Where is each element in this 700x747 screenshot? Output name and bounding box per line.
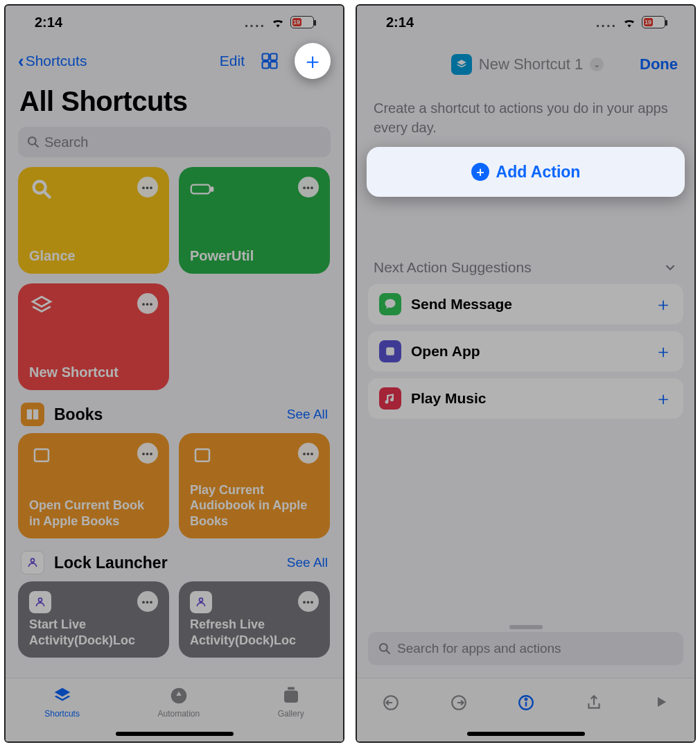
- layers-icon: [29, 293, 54, 318]
- search-placeholder: Search for apps and actions: [397, 641, 561, 656]
- shortcut-tile-new-shortcut[interactable]: ••• New Shortcut: [18, 283, 169, 390]
- search-icon: [26, 135, 40, 149]
- more-icon[interactable]: •••: [137, 293, 158, 314]
- add-action-button[interactable]: ＋ Add Action: [367, 147, 685, 197]
- shortcut-tile-powerutil[interactable]: ••• PowerUtil: [179, 167, 330, 274]
- tab-label: Automation: [157, 709, 200, 719]
- shortcut-grid: ••• Glance ••• PowerUtil ••• New Shortcu…: [6, 167, 343, 390]
- music-icon: [379, 387, 401, 410]
- svg-point-6: [34, 182, 46, 193]
- svg-point-4: [28, 137, 36, 145]
- battery-icon: 19: [642, 16, 665, 28]
- suggestion-play-music[interactable]: Play Music ＋: [368, 378, 683, 419]
- svg-line-7: [44, 192, 51, 198]
- plus-icon[interactable]: ＋: [654, 387, 672, 411]
- suggestion-label: Send Message: [411, 296, 512, 313]
- battery-icon: 19: [290, 16, 314, 28]
- tab-automation[interactable]: Automation: [157, 685, 200, 719]
- cellular-dots-icon: ....: [596, 15, 617, 30]
- add-action-label: Add Action: [496, 163, 581, 182]
- search-icon: [29, 177, 54, 202]
- info-icon[interactable]: [517, 694, 535, 712]
- svg-point-21: [380, 644, 387, 651]
- shortcut-title: New Shortcut 1: [479, 55, 583, 73]
- status-bar: 2:14 .... 19: [357, 6, 694, 39]
- tile-label: New Shortcut: [29, 364, 158, 380]
- suggestion-open-app[interactable]: Open App ＋: [368, 331, 683, 371]
- shortcut-title-button[interactable]: New Shortcut 1 ⌄: [451, 54, 604, 75]
- automation-icon: [168, 685, 189, 706]
- tab-shortcuts[interactable]: Shortcuts: [44, 685, 80, 719]
- suggestion-label: Play Music: [411, 390, 487, 407]
- more-icon[interactable]: •••: [298, 177, 319, 197]
- plus-icon: ＋: [301, 50, 324, 72]
- battery-percent: 19: [293, 19, 300, 26]
- section-header-lock-launcher: Lock Launcher See All: [6, 538, 343, 581]
- shortcut-tile-start-live-activity[interactable]: ••• Start Live Activity(Dock)Loc: [18, 581, 169, 658]
- nav-bar: New Shortcut 1 ⌄ Done: [357, 39, 694, 82]
- search-input[interactable]: Search: [18, 127, 331, 157]
- book-icon: [29, 443, 54, 468]
- tile-label: Refresh Live Activity(Dock)Loc: [190, 617, 319, 648]
- tile-label: Glance: [29, 248, 158, 264]
- sheet-grabber[interactable]: [509, 625, 543, 629]
- suggestions-title: Next Action Suggestions: [374, 259, 532, 276]
- play-icon[interactable]: [653, 694, 670, 710]
- shortcut-tile-play-audiobook[interactable]: ••• Play Current Audiobook in Apple Book…: [179, 433, 330, 538]
- layers-icon: [451, 54, 472, 75]
- more-icon[interactable]: •••: [298, 591, 319, 612]
- svg-rect-0: [263, 54, 269, 60]
- svg-rect-2: [263, 62, 269, 68]
- add-shortcut-button[interactable]: ＋: [295, 43, 331, 79]
- more-icon[interactable]: •••: [137, 443, 158, 464]
- clock: 2:14: [386, 15, 414, 30]
- home-indicator[interactable]: [116, 732, 234, 736]
- home-indicator[interactable]: [467, 732, 585, 736]
- suggestion-send-message[interactable]: Send Message ＋: [368, 284, 683, 324]
- more-icon[interactable]: •••: [137, 177, 158, 197]
- tab-label: Shortcuts: [44, 709, 80, 719]
- search-placeholder: Search: [44, 134, 88, 150]
- battery-icon: [190, 177, 215, 202]
- svg-rect-20: [386, 347, 394, 355]
- back-label: Shortcuts: [26, 53, 87, 69]
- svg-line-5: [35, 144, 39, 148]
- tab-gallery[interactable]: Gallery: [278, 685, 304, 719]
- search-icon: [378, 642, 392, 656]
- tab-label: Gallery: [278, 709, 304, 719]
- description-text: Create a shortcut to actions you do in y…: [357, 82, 694, 147]
- books-tiles: ••• Open Current Book in Apple Books •••…: [6, 433, 343, 538]
- svg-point-14: [31, 559, 35, 562]
- shortcut-tile-open-book[interactable]: ••• Open Current Book in Apple Books: [18, 433, 169, 538]
- more-icon[interactable]: •••: [137, 591, 158, 612]
- svg-rect-18: [284, 691, 298, 703]
- svg-rect-13: [196, 450, 209, 461]
- back-button[interactable]: ‹ Shortcuts: [18, 51, 87, 72]
- svg-rect-3: [270, 62, 277, 68]
- status-bar: 2:14 .... 19: [6, 6, 343, 39]
- shortcut-tile-glance[interactable]: ••• Glance: [18, 167, 169, 274]
- suggestions-header[interactable]: Next Action Suggestions: [357, 197, 694, 284]
- undo-icon[interactable]: [382, 694, 400, 712]
- done-button[interactable]: Done: [640, 55, 678, 73]
- shortcut-tile-refresh-live-activity[interactable]: ••• Refresh Live Activity(Dock)Loc: [179, 581, 330, 658]
- action-search-input[interactable]: Search for apps and actions: [368, 632, 683, 665]
- rocket-icon: [29, 591, 51, 613]
- phone-right-new-shortcut: 2:14 .... 19 New Shortcut 1 ⌄ Done Creat…: [356, 4, 696, 743]
- plus-icon[interactable]: ＋: [654, 292, 672, 317]
- redo-icon[interactable]: [450, 694, 468, 712]
- nav-bar: ‹ Shortcuts Edit ＋: [6, 39, 343, 85]
- share-icon[interactable]: [585, 694, 603, 712]
- svg-line-22: [387, 651, 390, 654]
- plus-icon[interactable]: ＋: [654, 340, 672, 364]
- grid-view-icon[interactable]: [260, 51, 279, 71]
- plus-circle-icon: ＋: [471, 163, 489, 181]
- svg-rect-8: [191, 185, 210, 194]
- see-all-button[interactable]: See All: [287, 407, 328, 422]
- edit-button[interactable]: Edit: [220, 53, 245, 69]
- svg-rect-11: [35, 450, 48, 461]
- see-all-button[interactable]: See All: [287, 555, 328, 570]
- more-icon[interactable]: •••: [298, 443, 319, 464]
- section-title: Books: [54, 405, 103, 424]
- layers-icon: [52, 685, 73, 706]
